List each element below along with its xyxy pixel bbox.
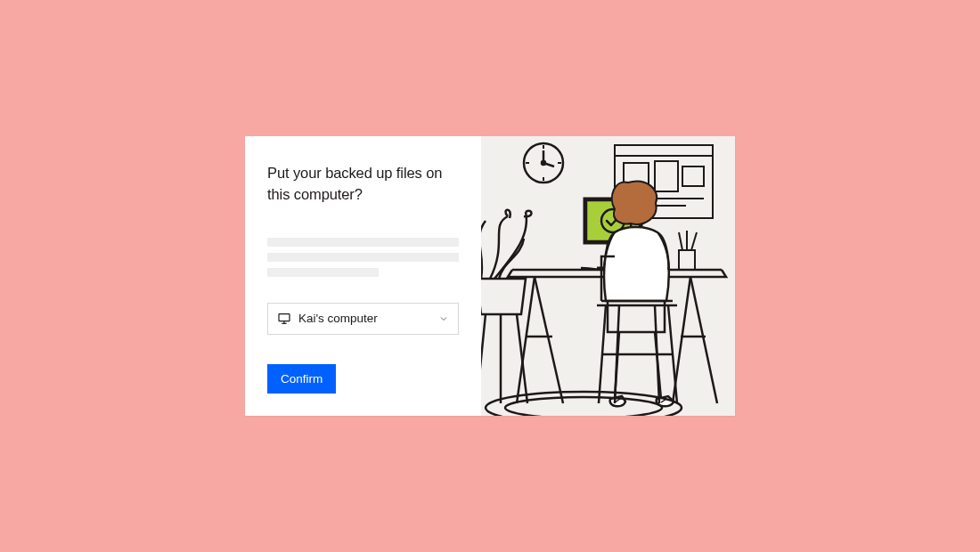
dialog-left-pane: Put your backed up files on this compute… <box>245 136 481 416</box>
description-placeholder <box>267 238 459 283</box>
svg-rect-7 <box>682 166 704 186</box>
computer-icon <box>277 312 291 326</box>
backup-restore-dialog: Put your backed up files on this compute… <box>245 136 735 416</box>
svg-point-13 <box>542 161 545 165</box>
confirm-button[interactable]: Confirm <box>267 364 336 394</box>
backup-source-select[interactable]: Kai's computer <box>267 303 459 335</box>
select-value: Kai's computer <box>298 312 438 325</box>
svg-rect-6 <box>655 161 678 191</box>
svg-line-26 <box>481 314 486 403</box>
svg-rect-18 <box>679 250 695 270</box>
svg-line-21 <box>691 232 697 250</box>
chevron-down-icon <box>438 313 449 324</box>
placeholder-line <box>267 268 379 277</box>
dialog-title: Put your backed up files on this compute… <box>267 163 459 206</box>
svg-point-33 <box>505 397 662 416</box>
placeholder-line <box>267 238 459 247</box>
svg-line-19 <box>679 232 682 250</box>
placeholder-line <box>267 253 459 262</box>
dialog-illustration <box>481 136 735 416</box>
svg-rect-0 <box>279 314 290 321</box>
